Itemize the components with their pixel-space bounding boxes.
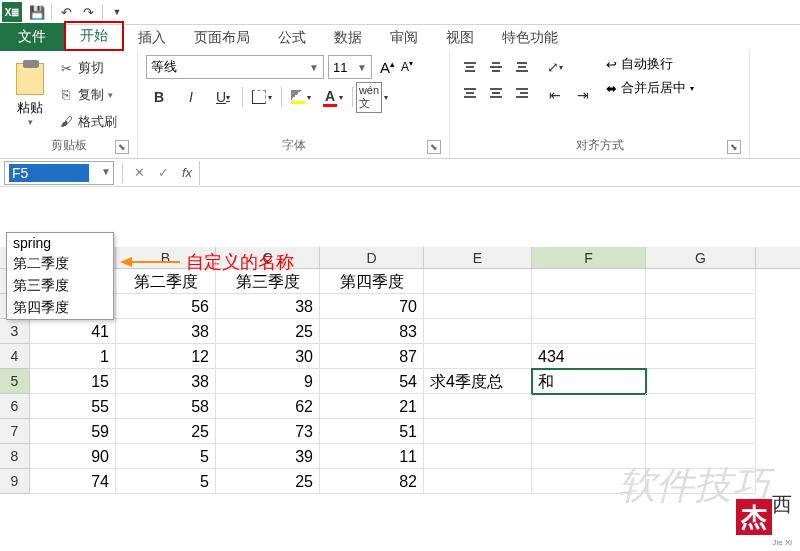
cell[interactable] [532,269,646,294]
cell[interactable] [532,394,646,419]
align-middle-icon[interactable] [484,55,508,79]
cell[interactable]: 12 [116,344,216,369]
col-header[interactable]: G [646,247,756,268]
wrap-text-button[interactable]: ↩自动换行 [606,55,694,73]
name-option[interactable]: 第二季度 [7,253,113,275]
cell[interactable]: 38 [116,319,216,344]
row-header[interactable]: 4 [0,344,30,369]
fx-icon[interactable]: fx [175,161,199,185]
cell[interactable]: 5 [116,469,216,494]
cell[interactable]: 87 [320,344,424,369]
align-bottom-icon[interactable] [510,55,534,79]
cell[interactable]: 54 [320,369,424,394]
cell[interactable] [424,319,532,344]
cell[interactable]: 74 [30,469,116,494]
cell[interactable]: 82 [320,469,424,494]
cell[interactable]: 第四季度 [320,269,424,294]
cell[interactable]: 41 [30,319,116,344]
col-header[interactable]: E [424,247,532,268]
align-dialog-icon[interactable]: ⬊ [727,140,741,154]
copy-button[interactable]: ⎘复制▾ [58,85,117,105]
tab-file[interactable]: 文件 [0,23,64,51]
cell[interactable] [646,419,756,444]
font-color-button[interactable]: A▾ [320,85,346,109]
cell[interactable]: 38 [116,369,216,394]
cell[interactable]: 25 [216,469,320,494]
formula-input[interactable] [199,161,800,185]
bold-button[interactable]: B [146,85,172,109]
tab-special[interactable]: 特色功能 [488,25,572,51]
name-option[interactable]: spring [7,233,113,253]
cell[interactable]: 90 [30,444,116,469]
cell[interactable] [424,394,532,419]
col-header[interactable]: D [320,247,424,268]
cell[interactable] [424,294,532,319]
align-left-icon[interactable] [458,81,482,105]
cell[interactable] [646,369,756,394]
font-dialog-icon[interactable]: ⬊ [427,140,441,154]
row-header[interactable]: 3 [0,319,30,344]
row-header[interactable]: 5 [0,369,30,394]
fill-color-button[interactable]: ▾ [288,85,314,109]
cell[interactable] [532,294,646,319]
format-painter-button[interactable]: 🖌格式刷 [58,112,117,132]
cell[interactable]: 和 [532,369,646,394]
cell[interactable] [646,319,756,344]
cell[interactable]: 56 [116,294,216,319]
cell[interactable] [532,419,646,444]
cell[interactable]: 39 [216,444,320,469]
phonetic-button[interactable]: wén文▾ [359,85,385,109]
cell[interactable]: 51 [320,419,424,444]
save-icon[interactable]: 💾 [26,1,48,23]
cell[interactable]: 9 [216,369,320,394]
cell[interactable]: 25 [116,419,216,444]
row-header[interactable]: 9 [0,469,30,494]
cell[interactable]: 求4季度总 [424,369,532,394]
cell[interactable] [646,344,756,369]
cell[interactable] [646,394,756,419]
merge-center-button[interactable]: ⬌合并后居中▾ [606,79,694,97]
cell[interactable] [424,269,532,294]
tab-layout[interactable]: 页面布局 [180,25,264,51]
decrease-font-icon[interactable]: A▾ [399,57,415,78]
cell[interactable]: 5 [116,444,216,469]
name-box[interactable]: ▼ [4,161,114,185]
underline-button[interactable]: U▾ [210,85,236,109]
cancel-icon[interactable]: ✕ [127,161,151,185]
cell[interactable]: 25 [216,319,320,344]
tab-insert[interactable]: 插入 [124,25,180,51]
cell[interactable]: 434 [532,344,646,369]
align-center-icon[interactable] [484,81,508,105]
cell[interactable] [424,419,532,444]
row-header[interactable]: 8 [0,444,30,469]
cell[interactable]: 58 [116,394,216,419]
cell[interactable]: 15 [30,369,116,394]
cell[interactable] [424,444,532,469]
cell[interactable] [424,469,532,494]
qat-dropdown-icon[interactable]: ▼ [106,1,128,23]
name-box-input[interactable] [9,164,89,182]
cell[interactable]: 62 [216,394,320,419]
align-right-icon[interactable] [510,81,534,105]
accept-icon[interactable]: ✓ [151,161,175,185]
cell[interactable]: 73 [216,419,320,444]
cell[interactable]: 11 [320,444,424,469]
align-top-icon[interactable] [458,55,482,79]
clipboard-dialog-icon[interactable]: ⬊ [115,140,129,154]
font-name-combo[interactable]: 等线▼ [146,55,324,79]
orientation-button[interactable]: ⤢▾ [542,55,568,79]
chevron-down-icon[interactable]: ▼ [101,166,111,177]
tab-view[interactable]: 视图 [432,25,488,51]
decrease-indent-icon[interactable]: ⇤ [542,83,568,107]
tab-home[interactable]: 开始 [64,21,124,51]
border-button[interactable]: ▾ [249,85,275,109]
row-header[interactable]: 7 [0,419,30,444]
row-header[interactable]: 6 [0,394,30,419]
font-size-combo[interactable]: 11▼ [328,55,372,79]
italic-button[interactable]: I [178,85,204,109]
increase-font-icon[interactable]: A▴ [378,57,397,78]
tab-formula[interactable]: 公式 [264,25,320,51]
name-option[interactable]: 第三季度 [7,275,113,297]
cell[interactable] [424,344,532,369]
tab-review[interactable]: 审阅 [376,25,432,51]
